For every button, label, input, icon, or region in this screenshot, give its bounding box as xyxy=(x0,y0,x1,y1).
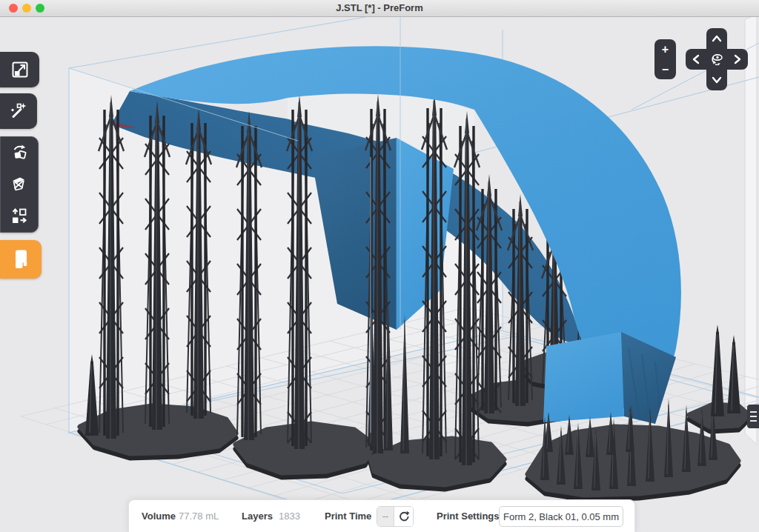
view-rotate-eye-icon xyxy=(706,49,727,70)
cartridge-icon xyxy=(2,240,39,279)
one-click-print-button[interactable] xyxy=(0,93,37,129)
pan-left-button[interactable] xyxy=(686,49,706,70)
resize-icon xyxy=(1,52,39,87)
print-time-widget: -- xyxy=(377,506,414,527)
refresh-icon xyxy=(398,511,410,522)
layers-label: Layers xyxy=(242,500,273,532)
print-settings-label: Print Settings xyxy=(437,500,500,532)
print-settings-button[interactable]: Form 2, Black 01, 0.05 mm xyxy=(499,506,623,527)
supports-icon xyxy=(9,174,30,195)
view-nav-pad xyxy=(686,28,748,90)
drawer-handle-icon xyxy=(750,411,757,413)
zoom-in-button[interactable]: + xyxy=(654,39,676,59)
window-title: J.STL [*] - PreForm xyxy=(0,0,759,16)
volume-value: 77.78 mL xyxy=(179,500,219,532)
pan-up-button[interactable] xyxy=(706,28,727,49)
view-rotate-button[interactable] xyxy=(706,49,727,70)
viewport-3d[interactable] xyxy=(0,0,759,532)
size-button[interactable] xyxy=(0,52,39,87)
layout-button[interactable] xyxy=(1,200,38,232)
layers-value: 1833 xyxy=(279,500,300,532)
volume-label: Volume xyxy=(142,500,176,532)
chevron-right-icon xyxy=(727,49,748,70)
preform-window: J.STL [*] - PreForm xyxy=(0,0,759,532)
calculate-time-button[interactable] xyxy=(394,507,413,526)
zoom-out-button[interactable]: − xyxy=(654,59,676,79)
pan-right-button[interactable] xyxy=(727,49,748,70)
print-button[interactable] xyxy=(0,240,42,279)
pan-down-button[interactable] xyxy=(706,70,727,90)
print-time-label: Print Time xyxy=(325,500,371,532)
chevron-down-icon xyxy=(706,70,727,90)
magic-wand-icon xyxy=(0,93,37,129)
chevron-left-icon xyxy=(686,49,706,70)
layout-icon xyxy=(9,206,30,227)
zoom-controls: + − xyxy=(654,39,676,79)
printer-drawer-tab[interactable] xyxy=(747,405,759,428)
supports-button[interactable] xyxy=(1,169,38,201)
chevron-up-icon xyxy=(706,28,727,49)
orientation-button[interactable] xyxy=(1,137,38,169)
status-bar: Volume 77.78 mL Layers 1833 Print Time -… xyxy=(128,499,635,532)
title-bar: J.STL [*] - PreForm xyxy=(0,0,759,17)
rotate-icon xyxy=(9,142,30,163)
print-time-value: -- xyxy=(377,507,394,526)
